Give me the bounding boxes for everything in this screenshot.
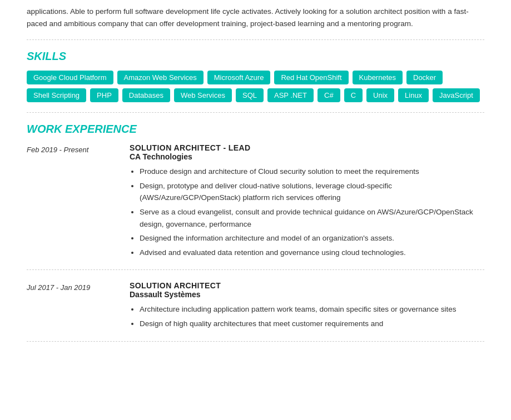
skill-tag: Kubernetes	[353, 71, 403, 84]
skill-tag: Linux	[398, 88, 429, 102]
skill-tag: Web Services	[174, 88, 232, 102]
work-bullets: Produce design and architecture of Cloud…	[140, 166, 484, 258]
skill-tag: SQL	[236, 88, 264, 102]
skill-tag: Unix	[366, 88, 394, 102]
work-entries: Feb 2019 - PresentSOLUTION ARCHITECT - L…	[27, 143, 484, 341]
work-bullet-item: Architecture including application patte…	[140, 303, 484, 316]
work-bullets: Architecture including application patte…	[140, 303, 484, 329]
skill-tag: Docker	[406, 71, 443, 84]
work-bullet-item: Produce design and architecture of Cloud…	[140, 166, 484, 178]
work-entry: Jul 2017 - Jan 2019SOLUTION ARCHITECTDas…	[27, 281, 484, 341]
work-title: SOLUTION ARCHITECT	[130, 281, 484, 290]
skill-tag: Red Hat OpenShift	[274, 71, 348, 84]
skills-title: SKILLS	[27, 50, 484, 63]
skill-tag: Databases	[122, 88, 170, 102]
work-date: Feb 2019 - Present	[27, 143, 130, 261]
resume-page: applications. Able to perform full softw…	[0, 0, 511, 364]
work-details: SOLUTION ARCHITECTDassault SystèmesArchi…	[130, 281, 484, 332]
skill-tag: C	[344, 88, 363, 102]
skill-tag: PHP	[90, 88, 118, 102]
work-bullet-item: Serve as a cloud evangelist, consult and…	[140, 206, 484, 230]
work-experience-section: WORK EXPERIENCE Feb 2019 - PresentSOLUTI…	[27, 123, 484, 341]
work-bullet-item: Designed the information architecture an…	[140, 232, 484, 244]
skill-tag: Shell Scripting	[27, 88, 86, 102]
work-title: SOLUTION ARCHITECT - LEAD	[130, 143, 484, 152]
work-company: Dassault Systèmes	[130, 290, 484, 299]
skill-tag: ASP .NET	[267, 88, 314, 102]
work-entry: Feb 2019 - PresentSOLUTION ARCHITECT - L…	[27, 143, 484, 270]
work-bullet-item: Advised and evaluated data retention and…	[140, 247, 484, 259]
work-details: SOLUTION ARCHITECT - LEADCA Technologies…	[130, 143, 484, 261]
skills-section: SKILLS Google Cloud PlatformAmazon Web S…	[27, 50, 484, 113]
skill-tag: Amazon Web Services	[117, 71, 204, 84]
work-experience-title: WORK EXPERIENCE	[27, 123, 484, 136]
skill-tag: C#	[317, 88, 340, 102]
work-company: CA Technologies	[130, 152, 484, 161]
skill-tag: Google Cloud Platform	[27, 71, 113, 84]
skill-tag: Microsoft Azure	[207, 71, 271, 84]
skills-tags: Google Cloud PlatformAmazon Web Services…	[27, 71, 484, 102]
intro-text: applications. Able to perform full softw…	[27, 0, 484, 40]
skill-tag: JavaScript	[433, 88, 480, 102]
work-bullet-item: Design of high quality architectures tha…	[140, 318, 484, 330]
work-bullet-item: Design, prototype and deliver cloud-nati…	[140, 180, 484, 204]
work-date: Jul 2017 - Jan 2019	[27, 281, 130, 332]
